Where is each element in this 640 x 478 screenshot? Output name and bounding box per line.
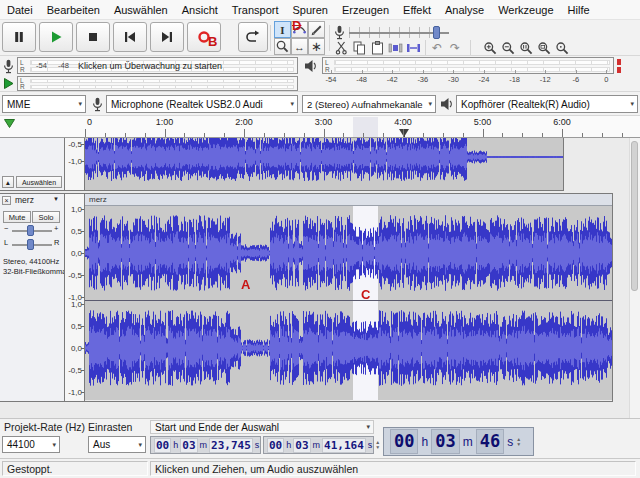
selection-start-time[interactable]: 00h03m23,745s▲▼ [150,436,261,454]
track-name[interactable]: merz [15,195,34,205]
cut-button[interactable] [333,40,349,55]
pan-slider-thumb[interactable] [27,239,34,250]
fit-selection-button[interactable] [518,40,534,55]
pause-button[interactable] [2,22,36,52]
stop-button[interactable] [76,22,110,52]
menu-item-werkzeuge[interactable]: Werkzeuge [491,1,560,19]
annotation-b: B [208,34,217,49]
copy-button[interactable] [351,40,367,55]
silence-audio-button[interactable] [405,40,421,55]
speaker-icon [440,97,454,111]
time-digits-m[interactable]: 03 [180,438,197,453]
mute-button[interactable]: Mute [3,211,31,223]
gain-slider-thumb[interactable] [27,225,34,236]
trim-audio-button[interactable] [387,40,403,55]
meter-left-label: L [20,59,24,66]
selection-end-time[interactable]: 00h03m41,164s▲▼ [263,436,374,454]
recording-device-select[interactable]: Microphone (Realtek USB2.0 Audi ▾ [106,95,298,113]
ruler-tick [542,133,543,137]
waveform-merz-left[interactable] [85,206,612,300]
pause-icon [11,29,27,45]
redo-button[interactable]: ↷ [447,40,463,55]
track-name-band[interactable]: merz [85,194,613,206]
recording-volume-slider[interactable] [349,26,449,39]
zoom-toggle-button[interactable] [554,40,570,55]
solo-button[interactable]: Solo [32,211,60,223]
meter-scale-value: -42 [387,75,398,84]
top-track-select-button[interactable]: Auswählen [16,176,62,188]
waveform-merz-right[interactable] [85,301,612,396]
scrollbar-thumb[interactable] [631,141,638,291]
draw-tool-button[interactable] [308,21,325,38]
project-rate-select[interactable]: 44100 ▾ [2,436,60,453]
ruler-tick [423,133,424,137]
copy-icon [352,41,367,55]
time-digits-s[interactable]: 46 [476,429,504,454]
time-spinner[interactable]: ▲▼ [375,440,380,450]
time-digits-s[interactable]: 41,164 [322,438,366,453]
ruler-tick [403,129,404,137]
undo-button[interactable]: ↶ [429,40,445,55]
track-border [0,401,613,402]
annotation-d: D [292,18,301,33]
waveform-top-track[interactable] [85,138,563,190]
snap-select[interactable]: Aus ▾ [88,436,146,453]
menu-item-transport[interactable]: Transport [225,1,286,19]
meter-lane [30,85,294,89]
top-track-collapse-button[interactable]: ▴ [2,176,14,188]
zoom-out-button[interactable] [500,40,516,55]
time-digits-s[interactable]: 23,745 [209,438,253,453]
menu-item-erzeugen[interactable]: Erzeugen [335,1,396,19]
ruler-label-3-00: 3:00 [315,117,333,127]
slider-thumb[interactable] [433,26,440,39]
audio-position-display[interactable]: 00h03m46s▲▼ [383,427,534,456]
meter-scale-tick [515,70,516,73]
chevron-down-icon: ▾ [366,423,370,431]
menu-item-ansicht[interactable]: Ansicht [175,1,225,19]
time-digits-h[interactable]: 00 [267,438,284,453]
fit-project-button[interactable] [536,40,552,55]
track-close-button[interactable]: × [2,196,11,205]
menu-item-spuren[interactable]: Spuren [285,1,334,19]
skip-to-start-button[interactable] [113,22,147,52]
menu-item-datei[interactable]: Datei [0,1,40,19]
snap-value: Aus [93,439,110,450]
time-digits-h[interactable]: 00 [390,429,418,454]
ruler-tick [324,129,325,137]
time-digits-m[interactable]: 03 [431,429,459,454]
meter-right-label: R [325,66,330,73]
monitor-hint-text[interactable]: Klicken um Überwachung zu starten [78,61,222,71]
selection-tool-button[interactable]: I [274,21,291,38]
multi-tool-button[interactable]: ∗ [308,38,325,55]
ruler-tick [582,133,583,137]
menu-item-effekt[interactable]: Effekt [396,1,438,19]
time-digits-m[interactable]: 03 [293,438,310,453]
loop-button[interactable] [238,22,268,52]
vruler-tick [81,231,84,232]
play-button[interactable] [39,22,73,52]
ruler-tick [363,133,364,137]
stop-icon [85,29,101,45]
menu-item-bearbeiten[interactable]: Bearbeiten [40,1,107,19]
zoom-tool-button[interactable] [274,38,291,55]
timeline-options-icon[interactable] [4,119,15,128]
track-menu-icon[interactable]: ▼ [53,196,59,202]
toolbar-separator [270,25,271,51]
selection-mode-select[interactable]: Start und Ende der Auswahl ▾ [150,420,374,434]
recording-channels-select[interactable]: 2 (Stereo) Aufnahmekanäle ▾ [302,95,436,113]
zoom-in-button[interactable] [482,40,498,55]
audio-host-select[interactable]: MME ▾ [2,95,86,113]
vruler-label: 0,0 [64,344,82,353]
time-digits-h[interactable]: 00 [154,438,171,453]
skip-to-end-button[interactable] [150,22,184,52]
menu-item-analyse[interactable]: Analyse [438,1,491,19]
timeshift-tool-button[interactable]: ↔ [291,38,308,55]
time-spinner[interactable]: ▲▼ [516,437,521,447]
paste-button[interactable] [369,40,385,55]
playback-device-select[interactable]: Kopfhörer (Realtek(R) Audio) ▾ [456,95,638,113]
ruler-tick [85,129,86,137]
menu-item-hilfe[interactable]: Hilfe [561,1,597,19]
track-border [612,194,613,401]
selection-mode-value: Start und Ende der Auswahl [155,422,279,433]
menu-item-ausw-hlen[interactable]: Auswählen [107,1,175,19]
